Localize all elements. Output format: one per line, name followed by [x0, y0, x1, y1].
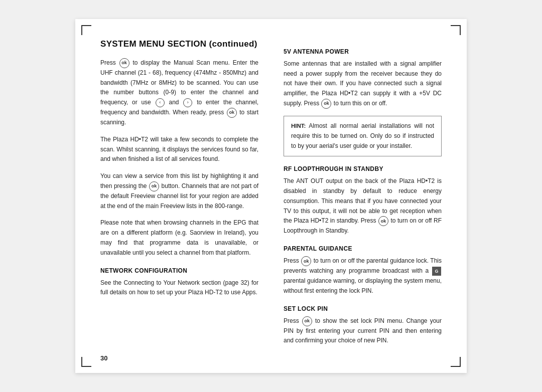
page: SYSTEM MENU SECTION (continued) Press ok…: [75, 19, 467, 373]
intro-paragraph: Press ok to display the Manual Scan menu…: [100, 58, 258, 128]
paragraph-3: You can view a service from this list by…: [100, 171, 258, 211]
hint-paragraph: HINT: Almost all normal aerial installat…: [291, 121, 434, 151]
network-title: NETWORK CONFIGURATION: [100, 267, 258, 274]
left-arrow-btn: ‹: [156, 98, 165, 107]
paragraph-2: The Plaza HD•T2 will take a few seconds …: [100, 135, 258, 164]
page-content: SYSTEM MENU SECTION (continued) Press ok…: [100, 39, 442, 353]
page-title: SYSTEM MENU SECTION (continued): [100, 39, 258, 49]
ok-button-5: ok: [378, 216, 388, 226]
corner-br: [451, 357, 461, 367]
press-label: Press: [100, 59, 119, 66]
paragraph-4: Please note that when browsing channels …: [100, 218, 258, 258]
network-text: See the Connecting to Your Network secti…: [100, 278, 258, 298]
page-number: 30: [100, 354, 107, 362]
hint-label: HINT:: [291, 123, 306, 129]
setlock-press: Press: [284, 317, 302, 324]
and-text: and: [169, 99, 183, 106]
corner-bl: [81, 357, 91, 367]
parental-title: PARENTAL GUIDANCE: [284, 245, 442, 252]
ok-button-3: ok: [149, 181, 159, 191]
parental-paragraph: Press ok to turn on or off the parental …: [284, 256, 442, 296]
parental-press: Press: [284, 257, 301, 264]
corner-tr: [451, 25, 461, 35]
ok-button-2: ok: [227, 108, 237, 118]
ok-button-6: ok: [301, 256, 311, 266]
parental-text-3: parental guidance warning, or displaying…: [284, 277, 442, 294]
rf-title: RF LOOPTHROUGH IN STANDBY: [284, 165, 442, 172]
hint-box: HINT: Almost all normal aerial installat…: [284, 116, 442, 156]
right-arrow-btn: ›: [183, 98, 192, 107]
antenna-title: 5V ANTENNA POWER: [284, 48, 442, 55]
corner-tl: [81, 25, 91, 35]
left-column: SYSTEM MENU SECTION (continued) Press ok…: [100, 39, 263, 353]
hint-text: Almost all normal aerial installations w…: [291, 122, 434, 149]
rf-paragraph: The ANT OUT output on the back of the Pl…: [284, 176, 442, 236]
ok-button-1: ok: [119, 58, 129, 68]
ok-button-4: ok: [321, 99, 331, 109]
right-column: 5V ANTENNA POWER Some antennas that are …: [279, 39, 442, 353]
ok-button-7: ok: [302, 316, 312, 326]
guidance-badge: G: [432, 267, 441, 276]
setlock-paragraph: Press ok to show the set lock PIN menu. …: [284, 316, 442, 346]
antenna-text-2: to turn this on or off.: [334, 100, 387, 107]
setlock-title: SET LOCK PIN: [284, 305, 442, 312]
antenna-paragraph: Some antennas that are installed with a …: [284, 59, 442, 109]
